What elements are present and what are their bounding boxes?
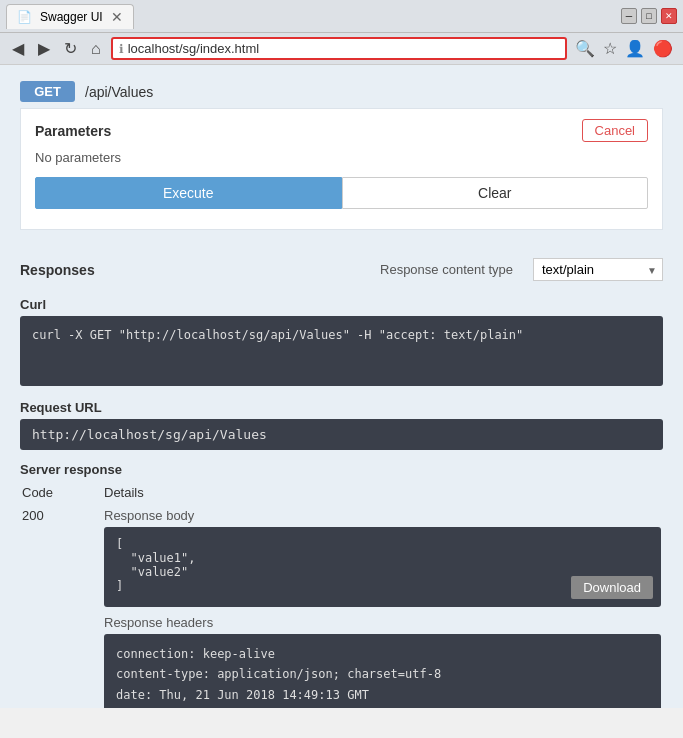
content-type-select[interactable]: text/plain application/json text/json xyxy=(533,258,663,281)
window-controls: ─ □ ✕ xyxy=(619,8,677,24)
browser-chrome: 📄 Swagger UI ✕ ─ □ ✕ ◀ ▶ ↻ ⌂ ℹ localhost… xyxy=(0,0,683,64)
response-headers-text: connection: keep-alive content-type: app… xyxy=(116,644,649,708)
curl-command: curl -X GET "http://localhost/sg/api/Val… xyxy=(20,316,663,386)
back-button[interactable]: ◀ xyxy=(8,37,28,60)
parameters-title: Parameters xyxy=(35,123,111,139)
response-details: Response body [ "value1", "value2" ] Dow… xyxy=(104,506,661,708)
response-table: Code Details 200 Response body [ "value1… xyxy=(20,483,663,708)
endpoint-header: GET /api/Values xyxy=(20,75,663,108)
browser-tab[interactable]: 📄 Swagger UI ✕ xyxy=(6,4,134,29)
download-button[interactable]: Download xyxy=(571,576,653,599)
response-headers-box: connection: keep-alive content-type: app… xyxy=(104,634,661,708)
tab-icon: 📄 xyxy=(17,10,32,24)
address-bar[interactable]: ℹ localhost/sg/index.html xyxy=(111,37,567,60)
minimize-button[interactable]: ─ xyxy=(621,8,637,24)
tab-title: Swagger UI xyxy=(40,10,103,24)
responses-header: Responses Response content type text/pla… xyxy=(20,258,663,281)
search-button[interactable]: 🔍 xyxy=(573,37,597,60)
nav-bar: ◀ ▶ ↻ ⌂ ℹ localhost/sg/index.html 🔍 ☆ 👤 … xyxy=(0,32,683,64)
title-bar: 📄 Swagger UI ✕ ─ □ ✕ xyxy=(0,0,683,32)
maximize-button[interactable]: □ xyxy=(641,8,657,24)
cancel-button[interactable]: Cancel xyxy=(582,119,648,142)
tab-close-button[interactable]: ✕ xyxy=(111,9,123,25)
address-info-icon: ℹ xyxy=(119,42,124,56)
curl-label: Curl xyxy=(20,297,663,312)
forward-button[interactable]: ▶ xyxy=(34,37,54,60)
server-response-title: Server response xyxy=(20,462,663,477)
clear-button[interactable]: Clear xyxy=(342,177,649,209)
page-content: GET /api/Values Parameters Cancel No par… xyxy=(0,64,683,708)
execute-button[interactable]: Execute xyxy=(35,177,342,209)
response-table-header: Code Details xyxy=(22,485,661,504)
response-body-text: [ "value1", "value2" ] xyxy=(116,537,649,593)
table-row: 200 Response body [ "value1", "value2" ]… xyxy=(22,506,661,708)
user-icon-button[interactable]: 👤 xyxy=(623,37,647,60)
response-headers-label: Response headers xyxy=(104,615,661,630)
content-type-select-wrap: text/plain application/json text/json xyxy=(533,258,663,281)
content-type-label: Response content type xyxy=(380,262,513,277)
request-url-section: Request URL http://localhost/sg/api/Valu… xyxy=(0,394,683,456)
response-body-box: [ "value1", "value2" ] Download xyxy=(104,527,661,607)
address-text: localhost/sg/index.html xyxy=(128,41,559,56)
code-header: Code xyxy=(22,485,102,504)
request-url-value: http://localhost/sg/api/Values xyxy=(20,419,663,450)
response-body-label: Response body xyxy=(104,508,661,523)
server-response-section: Server response Code Details 200 Respons… xyxy=(0,456,683,708)
bookmark-button[interactable]: ☆ xyxy=(601,37,619,60)
request-url-label: Request URL xyxy=(20,400,663,415)
response-code: 200 xyxy=(22,506,102,708)
responses-title: Responses xyxy=(20,262,95,278)
execute-row: Execute Clear xyxy=(35,177,648,209)
refresh-button[interactable]: ↻ xyxy=(60,37,81,60)
method-badge: GET xyxy=(20,81,75,102)
parameters-panel: Parameters Cancel No parameters Execute … xyxy=(20,108,663,230)
curl-section: Curl curl -X GET "http://localhost/sg/ap… xyxy=(0,297,683,394)
endpoint-path: /api/Values xyxy=(85,84,153,100)
nav-action-icons: 🔍 ☆ 👤 🔴 xyxy=(573,37,675,60)
extension-button[interactable]: 🔴 xyxy=(651,37,675,60)
panel-header: Parameters Cancel xyxy=(35,119,648,142)
no-params-text: No parameters xyxy=(35,150,648,165)
details-header: Details xyxy=(104,485,661,504)
responses-section: Responses Response content type text/pla… xyxy=(0,250,683,297)
endpoint-section: GET /api/Values Parameters Cancel No par… xyxy=(0,65,683,250)
close-button[interactable]: ✕ xyxy=(661,8,677,24)
home-button[interactable]: ⌂ xyxy=(87,38,105,60)
